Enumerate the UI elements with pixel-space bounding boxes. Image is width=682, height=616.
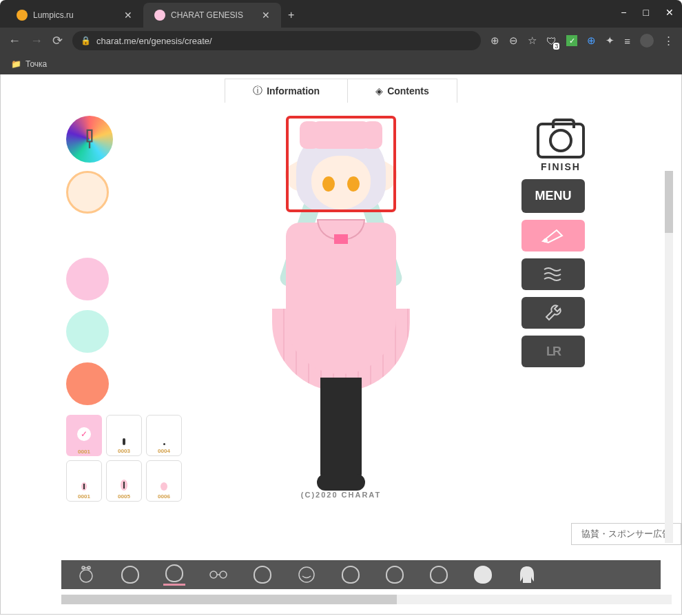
category-nose-icon[interactable] (428, 564, 450, 586)
category-hair-back-icon[interactable] (516, 564, 538, 586)
category-hair-front-icon[interactable] (472, 564, 494, 586)
category-head-icon[interactable] (163, 564, 185, 586)
content-tabs: ⓘ Information ◈ Contents (1, 79, 681, 103)
information-tab[interactable]: ⓘ Information (225, 79, 347, 103)
variant-label: 0003 (118, 448, 130, 454)
extensions-icon[interactable]: ✦ (606, 34, 614, 47)
camera-icon (537, 123, 585, 158)
svg-point-2 (82, 566, 85, 569)
vertical-scrollbar[interactable] (665, 171, 673, 543)
bookmark-folder[interactable]: Точка (25, 59, 47, 69)
color-panel: 0001 0003 0004 0001 0005 0006 (66, 116, 190, 502)
copyright-text: (C)2020 CHARAT (238, 491, 444, 499)
page-content: ⓘ Information ◈ Contents 0001 0003 0004 … (0, 74, 682, 615)
tab-close-icon[interactable]: ✕ (262, 10, 270, 21)
new-tab-button[interactable]: + (281, 3, 301, 28)
variant-label: 0005 (118, 493, 130, 500)
category-eyes-icon[interactable] (251, 564, 273, 586)
variant-0001[interactable]: 0001 (66, 415, 102, 456)
category-random-icon[interactable] (75, 564, 97, 586)
folder-icon: 📁 (11, 59, 21, 69)
install-icon[interactable]: ⊕ (490, 34, 499, 47)
favicon-icon (154, 10, 165, 21)
browser-tab-2[interactable]: CHARAT GENESIS ✕ (143, 3, 281, 28)
minimize-button[interactable]: − (621, 7, 626, 18)
profile-icon[interactable] (640, 34, 654, 48)
forward-button[interactable]: → (30, 34, 43, 48)
variant-0004[interactable]: 0004 (146, 415, 182, 456)
extension-badge-icon[interactable]: 🛡3 (546, 35, 557, 47)
zoom-icon[interactable]: ⊖ (509, 34, 518, 47)
url-text: charat.me/en/genesis/create/ (96, 36, 212, 46)
svg-point-5 (220, 571, 227, 578)
horizontal-scrollbar[interactable] (61, 595, 672, 604)
back-button[interactable]: ← (8, 34, 21, 48)
lr-label: LR (546, 345, 560, 359)
star-icon[interactable]: ☆ (528, 34, 537, 47)
variant-grid: 0001 0003 0004 0001 0005 0006 (66, 415, 190, 502)
avatar-canvas: (C)2020 CHARAT (238, 116, 444, 499)
diamond-icon: ◈ (375, 85, 383, 96)
menu-icon[interactable]: ⋮ (663, 34, 674, 47)
variant-label: 0006 (158, 493, 170, 500)
extension-globe-icon[interactable]: ⊕ (587, 34, 596, 47)
lr-tool-button[interactable]: LR (521, 336, 585, 367)
tab-title: CHARAT GENESIS (171, 10, 243, 20)
pen-tool-button[interactable] (521, 220, 585, 251)
window-controls: − □ ✕ (621, 7, 674, 18)
swatch-mint[interactable] (66, 310, 109, 353)
favicon-icon (17, 10, 28, 21)
toolbar-icons: ⊕ ⊖ ☆ 🛡3 ✓ ⊕ ✦ ≡ ⋮ (490, 34, 674, 48)
finish-label: FINISH (537, 161, 585, 172)
svg-point-7 (299, 567, 314, 582)
close-button[interactable]: ✕ (665, 7, 674, 18)
contents-tab[interactable]: ◈ Contents (347, 79, 457, 103)
maximize-button[interactable]: □ (643, 7, 649, 18)
menu-button[interactable]: MENU (521, 179, 585, 213)
address-bar: ← → ⟳ 🔒 charat.me/en/genesis/create/ ⊕ ⊖… (0, 28, 682, 54)
swatch-skin[interactable] (66, 171, 109, 214)
extension-check-icon[interactable]: ✓ (566, 35, 577, 46)
variant-label: 0001 (78, 449, 90, 455)
head-highlight (286, 116, 396, 212)
variant-0005[interactable]: 0005 (106, 460, 142, 502)
url-field[interactable]: 🔒 charat.me/en/genesis/create/ (72, 31, 481, 50)
category-face-icon[interactable] (119, 564, 141, 586)
tab-close-icon[interactable]: ✕ (124, 10, 132, 21)
wrench-tool-button[interactable] (521, 297, 585, 329)
svg-point-4 (210, 571, 217, 578)
action-panel: FINISH MENU LR (521, 123, 585, 367)
variant-label: 0001 (78, 493, 90, 500)
tab-label: Information (267, 85, 320, 96)
category-brows-icon[interactable] (340, 564, 362, 586)
svg-point-0 (544, 239, 547, 242)
svg-point-1 (80, 570, 92, 582)
background-tool-button[interactable] (521, 258, 585, 290)
avatar-preview (258, 116, 424, 488)
category-glasses-icon[interactable] (207, 564, 229, 586)
swatch-pink[interactable] (66, 258, 109, 300)
browser-tab-1[interactable]: Lumpics.ru ✕ (6, 3, 143, 28)
category-ears-icon[interactable] (384, 564, 406, 586)
eyedropper-icon (75, 125, 104, 154)
color-wheel-button[interactable] (66, 116, 113, 163)
variant-0001b[interactable]: 0001 (66, 460, 102, 502)
bookmarks-bar: 📁 Точка (0, 54, 682, 74)
variant-0006[interactable]: 0006 (146, 460, 182, 502)
svg-point-3 (87, 566, 90, 569)
swatch-coral[interactable] (66, 362, 109, 405)
reading-list-icon[interactable]: ≡ (624, 35, 630, 47)
info-icon: ⓘ (253, 85, 262, 97)
finish-button[interactable]: FINISH (537, 123, 585, 172)
variant-label: 0004 (158, 448, 170, 454)
lock-icon: 🔒 (81, 36, 91, 45)
browser-tab-strip: Lumpics.ru ✕ CHARAT GENESIS ✕ + − □ ✕ (0, 0, 682, 28)
variant-0003[interactable]: 0003 (106, 415, 142, 456)
tabs-container: Lumpics.ru ✕ CHARAT GENESIS ✕ + (6, 3, 301, 28)
tab-title: Lumpics.ru (33, 10, 74, 20)
category-bar (61, 560, 661, 589)
category-mouth-icon[interactable] (296, 564, 318, 586)
tab-label: Contents (387, 85, 429, 96)
reload-button[interactable]: ⟳ (52, 33, 63, 48)
